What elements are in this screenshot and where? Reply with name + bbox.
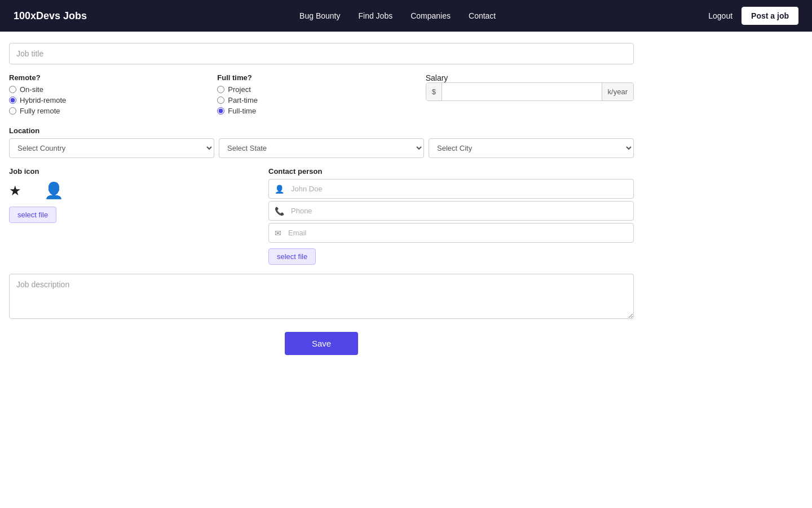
contact-name-wrapper: 👤	[268, 179, 634, 199]
part-time-label: Part-time	[228, 96, 258, 104]
icon-display-area: ★ 👤	[9, 181, 268, 200]
radio-hybrid[interactable]	[9, 97, 16, 104]
salary-prefix: $	[426, 83, 442, 100]
star-icon: ★	[9, 183, 21, 199]
fulltime-label: Full time?	[217, 73, 425, 82]
contact-inputs: 👤 📞 ✉	[268, 179, 634, 243]
country-select[interactable]: Select Country	[9, 138, 214, 158]
state-select[interactable]: Select State	[219, 138, 424, 158]
radio-fully-remote[interactable]	[9, 107, 16, 115]
save-btn-wrapper: Save	[9, 332, 634, 355]
city-select[interactable]: Select City	[429, 138, 634, 158]
contact-email-input[interactable]	[286, 224, 628, 242]
remote-label: Remote?	[9, 73, 217, 82]
salary-input-wrapper: $ k/year	[426, 82, 634, 101]
remote-option-fully[interactable]: Fully remote	[9, 107, 217, 115]
salary-group: Salary $ k/year	[426, 73, 634, 101]
person-icon: 👤	[44, 181, 64, 200]
job-icon-select-file-button[interactable]: select file	[9, 207, 56, 223]
salary-label: Salary	[426, 73, 448, 82]
post-job-button[interactable]: Post a job	[742, 7, 798, 25]
radio-onsite[interactable]	[9, 86, 16, 93]
location-section: Location Select Country Select State Sel…	[9, 126, 634, 158]
remote-option-onsite[interactable]: On-site	[9, 85, 217, 94]
contact-person-section: Contact person 👤 📞 ✉ select file	[268, 167, 634, 265]
fulltime-option-full[interactable]: Full-time	[217, 107, 425, 115]
remote-option-hybrid[interactable]: Hybrid-remote	[9, 96, 217, 104]
onsite-label: On-site	[20, 85, 43, 94]
full-time-label: Full-time	[228, 107, 256, 115]
options-row: Remote? On-site Hybrid-remote Fully remo…	[9, 73, 634, 117]
location-label: Location	[9, 126, 634, 135]
hybrid-label: Hybrid-remote	[20, 96, 66, 104]
contact-email-wrapper: ✉	[268, 223, 634, 243]
icon-contact-row: Job icon ★ 👤 select file Contact person …	[9, 167, 634, 265]
contact-name-input[interactable]	[289, 179, 628, 198]
save-button[interactable]: Save	[285, 332, 358, 355]
job-icon-section: Job icon ★ 👤 select file	[9, 167, 268, 223]
fulltime-group: Full time? Project Part-time Full-time	[217, 73, 425, 117]
salary-input[interactable]	[442, 83, 602, 100]
brand-title: 100xDevs Jobs	[14, 10, 87, 22]
contact-person-label: Contact person	[268, 167, 634, 176]
remote-group: Remote? On-site Hybrid-remote Fully remo…	[9, 73, 217, 117]
nav-companies[interactable]: Companies	[411, 11, 451, 20]
nav-contact[interactable]: Contact	[469, 11, 496, 20]
radio-full-time[interactable]	[217, 107, 224, 115]
contact-phone-input[interactable]	[289, 202, 628, 220]
salary-suffix: k/year	[602, 83, 633, 100]
radio-part-time[interactable]	[217, 97, 224, 104]
email-icon: ✉	[275, 229, 281, 238]
job-description-textarea[interactable]	[9, 274, 634, 319]
person-contact-icon: 👤	[275, 185, 284, 194]
nav-right: Logout Post a job	[708, 7, 798, 25]
main-content: Remote? On-site Hybrid-remote Fully remo…	[0, 32, 643, 366]
project-label: Project	[228, 85, 250, 94]
radio-project[interactable]	[217, 86, 224, 93]
job-title-input[interactable]	[9, 43, 634, 64]
location-row: Select Country Select State Select City	[9, 138, 634, 158]
fulltime-option-project[interactable]: Project	[217, 85, 425, 94]
phone-icon: 📞	[275, 207, 284, 216]
contact-select-file-button[interactable]: select file	[268, 248, 316, 265]
fulltime-option-part[interactable]: Part-time	[217, 96, 425, 104]
fully-remote-label: Fully remote	[20, 107, 60, 115]
nav-find-jobs[interactable]: Find Jobs	[358, 11, 392, 20]
job-icon-label: Job icon	[9, 167, 268, 176]
logout-button[interactable]: Logout	[708, 11, 732, 20]
contact-phone-wrapper: 📞	[268, 201, 634, 221]
nav-bug-bounty[interactable]: Bug Bounty	[299, 11, 340, 20]
